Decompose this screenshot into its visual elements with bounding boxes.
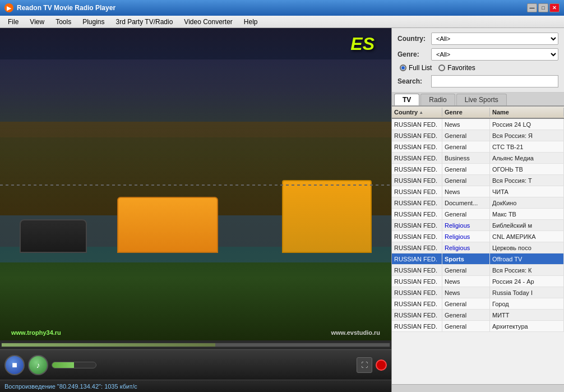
app-title: Readon TV Movie Radio Player [17,4,527,12]
record-button[interactable] [376,359,387,371]
menu-item-plugins[interactable]: Plugins [77,17,110,27]
table-row[interactable]: RUSSIAN FED.ReligiousCNL АМЕРИКА [392,231,564,242]
table-row[interactable]: RUSSIAN FED.ReligiousЦерковь посо [392,242,564,253]
country-label: Country: [397,35,431,43]
country-cell: RUSSIAN FED. [392,130,442,141]
video-display: ES www.trophy34.ru www.evstudio.ru [0,28,391,340]
genre-cell: Sports [442,253,490,264]
table-row[interactable]: RUSSIAN FED.BusinessАльянс Медиа [392,153,564,164]
menubar: FileViewToolsPlugins3rd Party TV/RadioVi… [0,16,564,28]
volume-slider[interactable] [52,362,96,368]
genre-cell: News [442,287,490,298]
volume-fill [52,362,74,368]
search-row: Search: [397,75,558,87]
minimize-button[interactable]: — [527,3,537,12]
table-row[interactable]: RUSSIAN FED.GeneralВся Россия: Т [392,175,564,186]
table-row[interactable]: RUSSIAN FED.NewsRussia Today I [392,287,564,298]
filter-area: Country: <All> Genre: <All> Full List Fa… [392,28,564,93]
menu-item-help[interactable]: Help [238,17,263,27]
genre-col-header[interactable]: Genre [442,108,490,117]
list-type-row: Full List Favorites [397,64,558,72]
table-row[interactable]: RUSSIAN FED.ReligiousБиблейский м [392,220,564,231]
stop-button[interactable]: ■ [4,355,25,375]
vehicle-1 [20,219,87,253]
tab-radio[interactable]: Radio [420,94,455,105]
country-cell: RUSSIAN FED. [392,141,442,152]
country-cell: RUSSIAN FED. [392,276,442,287]
name-cell: Альянс Медиа [490,153,564,163]
country-cell: RUSSIAN FED. [392,119,442,130]
name-cell: Библейский м [490,220,564,230]
table-row[interactable]: RUSSIAN FED.Document...ДокКино [392,197,564,209]
country-cell: RUSSIAN FED. [392,186,442,197]
name-cell: ДокКино [490,197,564,208]
menu-item-3rd-party-tv/radio[interactable]: 3rd Party TV/Radio [110,17,179,27]
table-row[interactable]: RUSSIAN FED.GeneralВся Россия: К [392,265,564,276]
fulllist-label: Full List [409,64,432,72]
controls-bar: ■ ♪ ⛶ [0,349,391,380]
table-row[interactable]: RUSSIAN FED.NewsРоссия 24 - Ар [392,276,564,287]
name-cell: Вся Россия: Т [490,175,564,186]
table-row[interactable]: RUSSIAN FED.GeneralОГОНЬ ТВ [392,164,564,175]
vehicle-2 [117,197,218,253]
country-cell: RUSSIAN FED. [392,287,442,298]
table-row[interactable]: RUSSIAN FED.GeneralАрхитектура [392,321,564,332]
menu-item-video-converter[interactable]: Video Converter [178,17,238,27]
country-cell: RUSSIAN FED. [392,253,442,264]
genre-select[interactable]: <All> [431,48,558,61]
genre-cell: General [442,175,490,186]
table-row[interactable]: RUSSIAN FED.GeneralСТС ТВ-21 [392,141,564,153]
favorites-radio[interactable] [438,64,445,71]
search-input[interactable] [431,75,558,87]
scene-overlay [0,28,391,340]
status-bar: Воспроизведение "80.249.134.42": 1035 кб… [0,380,391,392]
table-row[interactable]: RUSSIAN FED.GeneralВся Россия: Я [392,130,564,141]
favorites-label: Favorites [447,64,475,72]
video-panel: ES www.trophy34.ru www.evstudio.ru ■ ♪ ⛶… [0,28,391,392]
menu-item-view[interactable]: View [24,17,50,27]
tab-live-sports[interactable]: Live Sports [456,94,507,105]
name-cell: Макс ТВ [490,209,564,219]
name-cell: Offroad TV [490,253,564,264]
table-row[interactable]: RUSSIAN FED.GeneralМакс ТВ [392,209,564,220]
fulllist-option[interactable]: Full List [400,64,432,72]
close-button[interactable]: ✕ [549,3,560,12]
fulllist-radio[interactable] [400,64,406,71]
search-label: Search: [397,77,431,85]
progress-area[interactable] [0,340,391,349]
table-row[interactable]: RUSSIAN FED.GeneralГород [392,298,564,310]
channel-panel: Country: <All> Genre: <All> Full List Fa… [391,28,564,392]
volume-button[interactable]: ♪ [28,355,48,375]
genre-cell: News [442,276,490,287]
favorites-option[interactable]: Favorites [438,64,475,72]
genre-cell: General [442,209,490,219]
genre-label: Genre: [397,50,431,58]
video-area[interactable]: ES www.trophy34.ru www.evstudio.ru [0,28,391,340]
country-cell: RUSSIAN FED. [392,298,442,309]
menu-item-file[interactable]: File [2,17,24,27]
table-row[interactable]: RUSSIAN FED.SportsOffroad TV [392,253,564,265]
menu-item-tools[interactable]: Tools [50,17,77,27]
genre-cell: Religious [442,231,490,242]
genre-filter-row: Genre: <All> [397,48,558,61]
channel-list-container: Country ▲ Genre Name RUSSIAN FED.NewsРос… [392,107,564,392]
name-cell: Russia Today I [490,287,564,298]
horizontal-scrollbar[interactable] [392,384,564,392]
country-cell: RUSSIAN FED. [392,209,442,219]
fullscreen-button[interactable]: ⛶ [357,357,372,373]
maximize-button[interactable]: □ [538,3,548,12]
name-col-header[interactable]: Name [490,108,564,117]
table-row[interactable]: RUSSIAN FED.NewsЧИТА [392,186,564,197]
country-select[interactable]: <All> [431,33,558,45]
table-row[interactable]: RUSSIAN FED.GeneralМИТТ [392,310,564,321]
table-row[interactable]: RUSSIAN FED.NewsРоссия 24 LQ [392,119,564,130]
genre-cell: General [442,265,490,275]
name-cell: Вся Россия: К [490,265,564,275]
channel-list[interactable]: RUSSIAN FED.NewsРоссия 24 LQRUSSIAN FED.… [392,119,564,384]
country-cell: RUSSIAN FED. [392,197,442,208]
window-controls: — □ ✕ [527,3,560,12]
name-cell: Россия 24 - Ар [490,276,564,287]
progress-bar[interactable] [1,343,390,347]
tab-tv[interactable]: TV [394,94,419,105]
country-col-header[interactable]: Country ▲ [392,108,442,117]
